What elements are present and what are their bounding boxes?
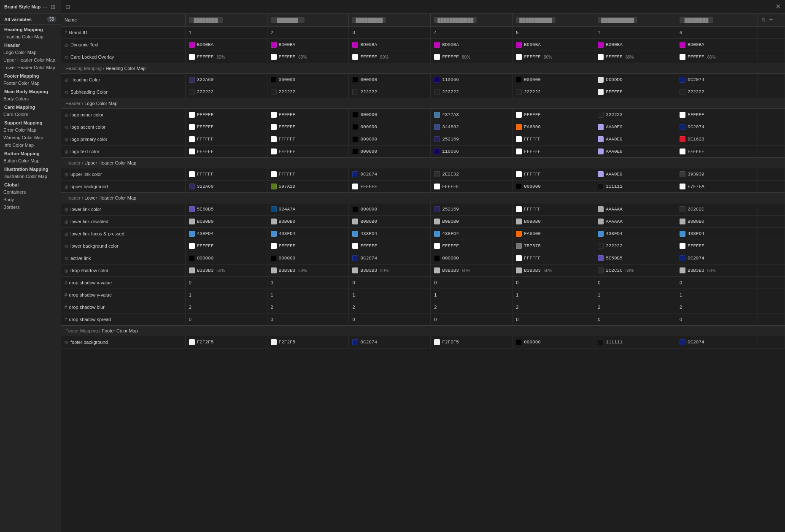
value-cell[interactable]: B3B3B350% bbox=[349, 265, 431, 277]
value-cell[interactable]: 0 bbox=[185, 313, 267, 326]
value-cell[interactable]: 0C2074 bbox=[676, 121, 758, 133]
value-cell[interactable]: 0 bbox=[349, 277, 431, 289]
sidebar-layout-icon[interactable]: ⊞ bbox=[50, 3, 57, 10]
value-cell[interactable]: AAA0E9 bbox=[594, 168, 676, 181]
value-cell[interactable]: 393939 bbox=[676, 168, 758, 181]
value-cell[interactable]: 110066 bbox=[431, 146, 513, 158]
value-cell[interactable]: 344882 bbox=[431, 121, 513, 133]
value-cell[interactable]: FFFFFF bbox=[431, 181, 513, 193]
value-cell[interactable]: BD00BA bbox=[349, 39, 431, 51]
value-cell[interactable]: FFFFFF bbox=[267, 121, 349, 133]
value-cell[interactable]: 000000 bbox=[513, 181, 594, 193]
value-cell[interactable]: B3B3B350% bbox=[513, 265, 594, 277]
value-cell[interactable]: 222222 bbox=[594, 240, 676, 252]
value-cell[interactable]: FFFFFF bbox=[349, 240, 431, 252]
value-cell[interactable]: 110066 bbox=[431, 74, 513, 86]
value-cell[interactable]: F2F2F5 bbox=[431, 336, 513, 348]
table-wrapper[interactable]: Name ████████ ███████ █████████ ████████… bbox=[61, 14, 785, 532]
value-cell[interactable]: 2C2C2C50% bbox=[594, 265, 676, 277]
sidebar-item-error-color-map[interactable]: Error Color Map bbox=[0, 126, 61, 134]
value-cell[interactable]: B0B0B0 bbox=[185, 216, 267, 228]
value-cell[interactable]: 3 bbox=[349, 27, 431, 39]
value-cell[interactable]: B0B0B0 bbox=[513, 216, 594, 228]
value-cell[interactable]: 1 bbox=[594, 289, 676, 301]
value-cell[interactable]: 222222 bbox=[594, 109, 676, 121]
value-cell[interactable]: 0C2074 bbox=[349, 252, 431, 265]
sidebar-item-upper-header[interactable]: Upper Header Color Map bbox=[0, 56, 61, 64]
value-cell[interactable]: 024A7A bbox=[267, 203, 349, 216]
value-cell[interactable]: 4377A3 bbox=[431, 109, 513, 121]
value-cell[interactable]: B3B3B350% bbox=[676, 265, 758, 277]
value-cell[interactable]: FFFFFF bbox=[513, 146, 594, 158]
value-cell[interactable]: AAA0E9 bbox=[594, 146, 676, 158]
value-cell[interactable]: B3B3B350% bbox=[431, 265, 513, 277]
value-cell[interactable]: 2 bbox=[267, 27, 349, 39]
value-cell[interactable]: 2 bbox=[185, 301, 267, 313]
sidebar-item-body[interactable]: Body bbox=[0, 196, 61, 203]
value-cell[interactable]: 4 bbox=[431, 27, 513, 39]
value-cell[interactable]: 1 bbox=[267, 289, 349, 301]
value-cell[interactable]: BD00BA bbox=[431, 39, 513, 51]
value-cell[interactable]: F7F7FA bbox=[676, 181, 758, 193]
value-cell[interactable]: 1 bbox=[676, 289, 758, 301]
value-cell[interactable]: 2E2E32 bbox=[431, 168, 513, 181]
value-cell[interactable]: BD00BA bbox=[267, 39, 349, 51]
value-cell[interactable]: FEFEFE80% bbox=[676, 51, 758, 63]
value-cell[interactable]: 252159 bbox=[431, 133, 513, 146]
value-cell[interactable]: FFFFFF bbox=[267, 109, 349, 121]
value-cell[interactable]: 757575 bbox=[513, 240, 594, 252]
value-cell[interactable]: FFFFFF bbox=[513, 203, 594, 216]
value-cell[interactable]: 0 bbox=[594, 277, 676, 289]
value-cell[interactable]: 1 bbox=[185, 27, 267, 39]
value-cell[interactable]: B0B0B0 bbox=[267, 216, 349, 228]
value-cell[interactable]: 0C2074 bbox=[349, 168, 431, 181]
col-header-b4[interactable]: ████████████ bbox=[431, 14, 513, 27]
value-cell[interactable]: F2F2F5 bbox=[267, 336, 349, 348]
value-cell[interactable]: 322A60 bbox=[185, 181, 267, 193]
value-cell[interactable]: 1 bbox=[513, 289, 594, 301]
value-cell[interactable]: 000000 bbox=[349, 203, 431, 216]
value-cell[interactable]: 438FD4 bbox=[267, 228, 349, 240]
value-cell[interactable]: BD00BA bbox=[185, 39, 267, 51]
value-cell[interactable]: FEFEFE80% bbox=[267, 51, 349, 63]
sidebar-item-warning-color-map[interactable]: Warning Color Map bbox=[0, 134, 61, 141]
value-cell[interactable]: B0B0B0 bbox=[349, 216, 431, 228]
value-cell[interactable]: FFFFFF bbox=[185, 240, 267, 252]
value-cell[interactable]: 438FD4 bbox=[349, 228, 431, 240]
value-cell[interactable]: 252159 bbox=[431, 203, 513, 216]
col-header-b5[interactable]: ███████████ bbox=[513, 14, 594, 27]
value-cell[interactable]: 438FD4 bbox=[676, 228, 758, 240]
value-cell[interactable]: FFFFFF bbox=[513, 133, 594, 146]
value-cell[interactable]: B3B3B350% bbox=[267, 265, 349, 277]
value-cell[interactable]: AAA0E9 bbox=[594, 133, 676, 146]
value-cell[interactable]: FFFFFF bbox=[185, 109, 267, 121]
value-cell[interactable]: FFFFFF bbox=[513, 168, 594, 181]
value-cell[interactable]: 0 bbox=[349, 313, 431, 326]
col-header-b2[interactable]: ███████ bbox=[267, 14, 349, 27]
value-cell[interactable]: BD00BA bbox=[676, 39, 758, 51]
value-cell[interactable]: FFFFFF bbox=[267, 168, 349, 181]
value-cell[interactable]: AAAAAA bbox=[594, 216, 676, 228]
sidebar-item-borders[interactable]: Borders bbox=[0, 203, 61, 211]
value-cell[interactable]: 222222 bbox=[267, 86, 349, 98]
sidebar-item-heading-color-map[interactable]: Heading Color Map bbox=[0, 33, 61, 41]
value-cell[interactable]: 0 bbox=[676, 277, 758, 289]
value-cell[interactable]: FFFFFF bbox=[431, 240, 513, 252]
sidebar-item-containers[interactable]: Containers bbox=[0, 188, 61, 196]
close-button[interactable]: ✕ bbox=[775, 3, 781, 11]
value-cell[interactable]: AAA0E9 bbox=[594, 121, 676, 133]
value-cell[interactable]: 0 bbox=[431, 277, 513, 289]
value-cell[interactable]: FFFFFF bbox=[676, 240, 758, 252]
value-cell[interactable]: FFFFFF bbox=[267, 146, 349, 158]
sidebar-item-button-color-map[interactable]: Button Color Map bbox=[0, 157, 61, 165]
sidebar-all-variables[interactable]: All variables 58 bbox=[0, 14, 61, 25]
value-cell[interactable]: FA6600 bbox=[513, 121, 594, 133]
value-cell[interactable]: 222222 bbox=[349, 86, 431, 98]
value-cell[interactable]: FFFFFF bbox=[513, 252, 594, 265]
sidebar-more-icon[interactable]: ··· bbox=[41, 3, 48, 10]
value-cell[interactable]: 6 bbox=[676, 27, 758, 39]
sidebar-item-illustration-color-map[interactable]: Illustration Color Map bbox=[0, 173, 61, 180]
value-cell[interactable]: 0 bbox=[267, 313, 349, 326]
value-cell[interactable]: 322A60 bbox=[185, 74, 267, 86]
value-cell[interactable]: 0C2074 bbox=[676, 74, 758, 86]
